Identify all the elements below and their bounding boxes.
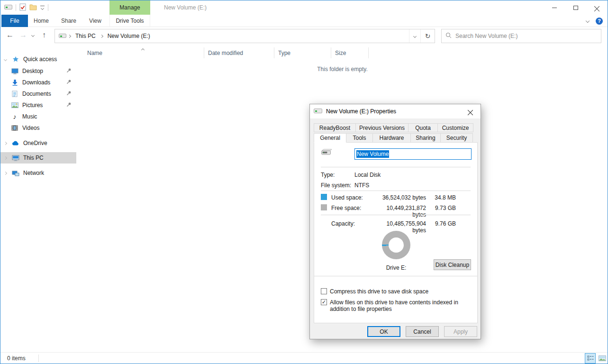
pin-icon (66, 102, 72, 109)
network-icon (12, 169, 19, 177)
index-checkbox-label[interactable]: Allow files on this drive to have conten… (330, 299, 468, 312)
free-space-bytes: 10,449,231,872 bytes (376, 205, 426, 218)
help-icon[interactable]: ? (596, 18, 603, 25)
downloads-icon (11, 79, 18, 86)
file-system-value: NTFS (354, 182, 369, 189)
manage-contextual-tab[interactable]: Manage (109, 0, 150, 15)
cancel-button[interactable]: Cancel (406, 326, 439, 337)
forward-icon: → (19, 31, 27, 39)
documents-icon (11, 90, 18, 98)
dialog-close-button[interactable] (460, 104, 481, 118)
sidebar-item-desktop[interactable]: Desktop (0, 65, 76, 77)
column-header-type[interactable]: Type (274, 47, 331, 58)
sidebar-item-downloads[interactable]: Downloads (0, 77, 76, 88)
tab-previous-versions[interactable]: Previous Versions (355, 123, 408, 132)
address-row: ← → ↑ This PC New Volume (E:) ↻ (0, 27, 608, 46)
minimize-button[interactable] (544, 0, 565, 15)
close-icon (594, 5, 599, 10)
up-icon[interactable]: ↑ (42, 31, 46, 39)
column-header-name[interactable]: Name (76, 47, 204, 58)
tab-sharing[interactable]: Sharing (410, 133, 441, 143)
search-box[interactable] (441, 29, 601, 43)
tab-quota[interactable]: Quota (408, 123, 438, 132)
breadcrumb-current[interactable]: New Volume (E:) (105, 29, 153, 43)
breadcrumb-chevron-icon[interactable] (100, 34, 103, 37)
tab-tools[interactable]: Tools (346, 133, 373, 143)
new-folder-icon[interactable] (29, 4, 37, 12)
capacity-label: Capacity: (331, 220, 355, 227)
ok-button[interactable]: OK (367, 326, 400, 337)
address-bar[interactable]: This PC New Volume (E:) ↻ (54, 29, 435, 43)
tab-drive-tools[interactable]: Drive Tools (109, 15, 150, 27)
properties-dialog: New Volume (E:) Properties ReadyBoost Pr… (309, 104, 481, 339)
desktop-icon (11, 67, 18, 75)
sidebar-item-this-pc[interactable]: This PC (0, 152, 76, 164)
pictures-icon (11, 101, 18, 109)
window-title: New Volume (E:) (164, 0, 207, 15)
chevron-down-icon[interactable] (4, 58, 9, 61)
sidebar-item-documents[interactable]: Documents (0, 88, 76, 100)
sidebar-item-onedrive[interactable]: OneDrive (0, 137, 76, 149)
separator (321, 191, 471, 191)
tab-share[interactable]: Share (56, 15, 81, 27)
chevron-right-icon[interactable] (4, 157, 9, 159)
ribbon-collapse-icon[interactable] (586, 19, 590, 23)
chevron-right-icon[interactable] (4, 142, 9, 145)
breadcrumb-chevron-icon[interactable] (68, 34, 71, 37)
back-icon[interactable]: ← (6, 31, 14, 39)
disk-usage-donut-chart (382, 231, 410, 259)
title-bar: Manage New Volume (E:) (0, 0, 608, 15)
address-dropdown-icon[interactable] (409, 29, 420, 43)
tab-home[interactable]: Home (30, 15, 53, 27)
dialog-tab-row-front: General Tools Hardware Sharing Security (314, 132, 472, 143)
tab-file[interactable]: File (1, 15, 28, 27)
recent-locations-icon[interactable] (31, 34, 35, 37)
details-view-button[interactable] (585, 353, 596, 364)
videos-icon (11, 124, 18, 132)
compress-checkbox-label[interactable]: Compress this drive to save disk space (330, 288, 428, 295)
music-icon: ♪ (11, 113, 18, 120)
tab-security[interactable]: Security (440, 133, 473, 143)
customize-qat-icon[interactable] (40, 6, 45, 9)
column-header-size[interactable]: Size (331, 47, 369, 58)
disk-cleanup-button[interactable]: Disk Cleanup (434, 259, 471, 270)
dialog-drive-icon (314, 108, 322, 115)
ribbon-right-controls: ? (586, 15, 603, 27)
breadcrumb-this-pc[interactable]: This PC (73, 29, 99, 43)
location-drive-icon (59, 33, 66, 39)
pin-icon (66, 79, 72, 86)
used-space-bytes: 36,524,032 bytes (376, 194, 426, 201)
quick-access-toolbar (4, 0, 48, 15)
column-header-date-modified[interactable]: Date modified (204, 47, 274, 58)
sidebar-item-pictures[interactable]: Pictures (0, 100, 76, 111)
toolbar-separator (16, 4, 16, 11)
search-input[interactable] (455, 33, 597, 39)
chevron-right-icon[interactable] (4, 172, 9, 174)
sidebar-item-videos[interactable]: Videos (0, 122, 76, 134)
search-icon (445, 32, 452, 40)
compress-checkbox[interactable] (321, 288, 327, 294)
quick-access-star-icon (12, 55, 19, 63)
volume-label-input[interactable]: New Volume (354, 148, 472, 160)
tab-hardware[interactable]: Hardware (372, 133, 411, 143)
close-button[interactable] (586, 0, 608, 15)
refresh-icon[interactable]: ↻ (420, 29, 435, 43)
type-value: Local Disk (354, 172, 381, 178)
tab-general[interactable]: General (314, 133, 346, 143)
sidebar-item-network[interactable]: Network (0, 167, 76, 179)
drive-icon (4, 4, 12, 11)
large-icons-view-button[interactable] (597, 353, 608, 364)
free-space-label: Free space: (331, 205, 361, 211)
maximize-button[interactable] (565, 0, 586, 15)
sidebar-item-quick-access[interactable]: Quick access (0, 54, 76, 65)
tab-readyboost[interactable]: ReadyBoost (314, 123, 356, 132)
index-checkbox[interactable]: ✓ (321, 299, 327, 305)
status-bar: 0 items (0, 352, 608, 364)
properties-icon[interactable] (19, 3, 26, 12)
dialog-buttons: OK Cancel Apply (310, 326, 481, 337)
tab-view[interactable]: View (84, 15, 107, 27)
sidebar-item-music[interactable]: ♪ Music (0, 111, 76, 122)
tab-customize[interactable]: Customize (437, 123, 473, 132)
status-separator (38, 355, 39, 362)
general-tab-page: New Volume Type: Local Disk File system:… (314, 142, 478, 323)
